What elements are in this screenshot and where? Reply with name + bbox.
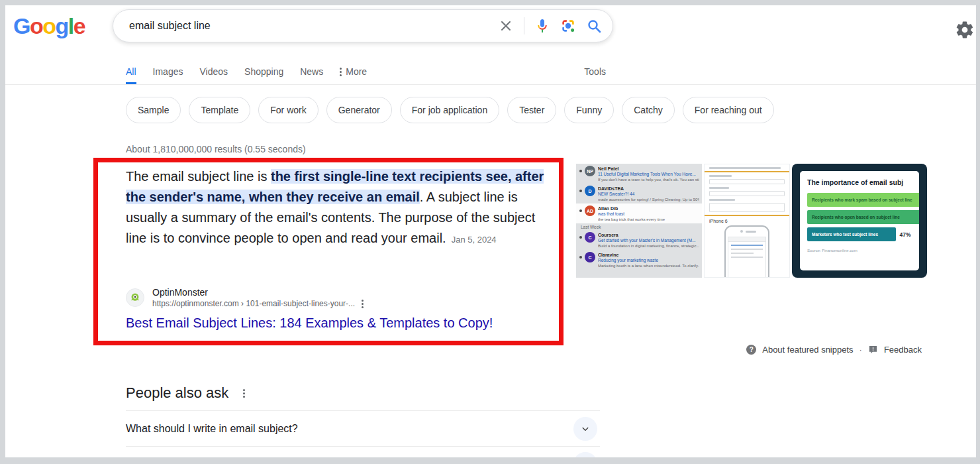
results-stats: About 1,810,000,000 results (0.55 second… [126, 144, 306, 154]
chip-funny[interactable]: Funny [564, 97, 614, 123]
snippet-thumbnails: NP Neil Patel 11 Useful Digital Marketin… [576, 164, 927, 278]
feedback-icon[interactable] [868, 345, 878, 355]
chip-template[interactable]: Template [189, 97, 250, 123]
filter-chips: Sample Template For work Generator For j… [126, 97, 774, 123]
thumbnail-phone-guide[interactable]: iPhone 6 [704, 164, 790, 278]
paa-question-row-partial[interactable] [126, 446, 600, 457]
separator-dot: · [859, 345, 862, 355]
search-bar-divider [524, 17, 524, 34]
result-menu-icon[interactable] [362, 300, 364, 308]
header-divider [5, 84, 976, 85]
tab-label: Tools [584, 66, 606, 77]
mail-preview: Marketing booth is a lane when misunders… [598, 263, 699, 268]
avatar: NP [585, 166, 595, 176]
snippet-footer: ? About featured snippets · Feedback [746, 345, 922, 355]
iphone-mockup [724, 225, 769, 278]
mail-preview: the tea bag trick that works every time [598, 217, 699, 222]
tab-images[interactable]: Images [153, 66, 183, 82]
source-name: OptinMonster [152, 286, 364, 298]
tab-shopping[interactable]: Shopping [244, 66, 283, 82]
chart-bar-row: Recipients who mark spam based on subjec… [807, 193, 919, 207]
clear-icon[interactable] [498, 18, 514, 34]
unread-dot [579, 170, 582, 172]
chip-generator[interactable]: Generator [326, 97, 392, 123]
more-dots-icon [340, 68, 342, 76]
paa-menu-icon[interactable] [243, 389, 245, 398]
chevron-down-icon[interactable] [573, 417, 597, 441]
device-label: iPhone 6 [709, 219, 785, 223]
featured-snippet-text: The email subject line is the first sing… [126, 166, 553, 250]
people-also-ask-header: People also ask [126, 384, 245, 402]
snippet-date: Jan 5, 2024 [452, 235, 497, 245]
source-url: https://optinmonster.com › 101-email-sub… [152, 298, 355, 309]
form-skeleton-label [709, 175, 732, 177]
tab-label: Shopping [244, 66, 283, 77]
chip-sample[interactable]: Sample [126, 97, 181, 123]
chip-for-job-application[interactable]: For job application [400, 97, 499, 123]
search-input[interactable] [129, 20, 488, 32]
snippet-text-before: The email subject line is [126, 169, 271, 184]
logo-letter: o [42, 13, 55, 38]
inbox-row: D DAVIDsTEA NEW Sweater?! 44 made access… [576, 184, 702, 203]
mail-subject: was that toast [598, 211, 699, 217]
tab-more[interactable]: More [340, 66, 367, 82]
tab-videos[interactable]: Videos [199, 66, 228, 82]
mail-subject: Reducing your marketing waste [598, 258, 699, 263]
mail-preview: made accessories for spring! / Spring Cl… [598, 197, 699, 202]
result-type-tabs: All Images Videos Shopping News More Too… [126, 66, 606, 84]
logo-letter: l [68, 13, 74, 38]
paa-question-row[interactable]: What should I write in email subject? [126, 410, 600, 446]
tab-all[interactable]: All [126, 66, 136, 84]
result-source[interactable]: OptinMonster https://optinmonster.com › … [126, 286, 364, 309]
chip-for-reaching-out[interactable]: For reaching out [683, 97, 774, 123]
chart-bar: Recipients who open based on subject lin… [807, 210, 919, 224]
inbox-row-selected: AD Allan Dib was that toast the tea bag … [576, 203, 702, 223]
feedback-link[interactable]: Feedback [884, 345, 922, 355]
chart-bar-label: Recipients who open based on subject lin… [812, 215, 900, 219]
sender-name: Allan Dib [598, 205, 699, 211]
form-skeleton-line [709, 167, 781, 169]
mail-preview: If you don't have a team to help you, th… [598, 177, 699, 182]
settings-gear-icon[interactable] [955, 20, 975, 40]
chip-for-work[interactable]: For work [258, 97, 318, 123]
sender-name: Neil Patel [598, 166, 699, 172]
chart-bar-row: Marketers who test subject lines 47% [807, 227, 919, 241]
form-skeleton-label [709, 187, 729, 189]
thumbnail-inbox-screenshot[interactable]: NP Neil Patel 11 Useful Digital Marketin… [576, 164, 702, 278]
form-skeleton-input [709, 179, 785, 184]
inbox-section-label: Last Week [576, 223, 702, 230]
form-skeleton-input [709, 191, 785, 196]
chip-catchy[interactable]: Catchy [622, 97, 675, 123]
result-title-link[interactable]: Best Email Subject Lines: 184 Examples &… [126, 316, 493, 331]
unread-dot [579, 209, 582, 212]
optinmonster-favicon-icon [126, 288, 144, 307]
logo-letter: e [74, 13, 85, 38]
about-featured-snippets-link[interactable]: About featured snippets [762, 345, 853, 355]
chip-tester[interactable]: Tester [507, 97, 556, 123]
people-also-ask-title: People also ask [126, 384, 228, 402]
logo-letter: o [30, 13, 42, 38]
chart-bar: Marketers who test subject lines [807, 227, 896, 241]
inbox-row: NP Neil Patel 11 Useful Digital Marketin… [576, 164, 702, 184]
mail-subject: NEW Sweater?! 44 [598, 192, 699, 197]
people-also-ask-list: What should I write in email subject? [126, 410, 600, 457]
thumbnail-chart-infographic[interactable]: The importance of email subj Recipients … [792, 164, 927, 278]
search-icon[interactable] [586, 18, 602, 34]
help-icon[interactable]: ? [746, 345, 756, 355]
lens-icon[interactable] [560, 18, 576, 34]
chevron-down-icon[interactable] [573, 452, 597, 457]
sender-name: Coursera [598, 232, 699, 238]
logo-letter: g [56, 13, 68, 38]
chart-bar-label: Marketers who test subject lines [812, 232, 878, 237]
google-logo[interactable]: Google [13, 13, 85, 39]
chart-title: The importance of email subj [807, 178, 919, 186]
tab-news[interactable]: News [300, 66, 323, 82]
avatar: C [585, 252, 595, 262]
tab-tools[interactable]: Tools [584, 66, 606, 82]
microphone-icon[interactable] [534, 18, 550, 34]
tab-label: Images [153, 66, 183, 77]
search-results-page: Google All Images Videos Shopping [5, 5, 976, 457]
search-bar[interactable] [113, 9, 613, 42]
chart-bar-label: Recipients who mark spam based on subjec… [812, 198, 912, 202]
mail-preview: Build a foundation in digital marketing,… [598, 243, 699, 249]
